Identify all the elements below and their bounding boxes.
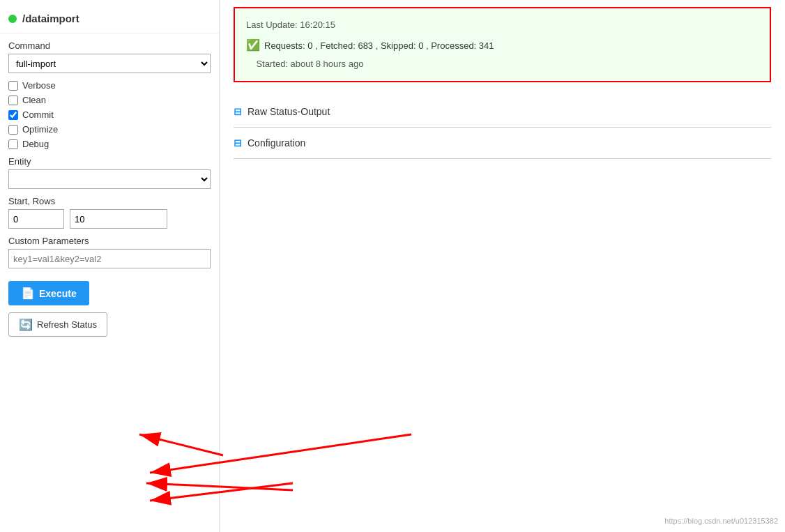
- requests-line: Requests: 0 , Fetched: 683 , Skipped: 0 …: [264, 38, 494, 54]
- sidebar-title: /dataimport: [22, 13, 79, 24]
- start-input[interactable]: [8, 209, 64, 229]
- requests-row: ✅ Requests: 0 , Fetched: 683 , Skipped: …: [246, 36, 759, 56]
- verbose-checkbox[interactable]: [8, 81, 18, 91]
- last-update-time: 16:20:15: [300, 20, 335, 30]
- rows-input[interactable]: [70, 209, 167, 229]
- entity-label: Entity: [8, 156, 211, 167]
- status-dot: [8, 15, 17, 23]
- watermark: https://blog.csdn.net/u012315382: [664, 517, 778, 525]
- started-text: Started: about 8 hours ago: [256, 59, 363, 69]
- configuration-header[interactable]: ⊟ Configuration: [234, 135, 771, 151]
- check-icon: ✅: [246, 36, 260, 56]
- status-box: Last Update: 16:20:15 ✅ Requests: 0 , Fe…: [234, 7, 771, 82]
- collapse-icon-config: ⊟: [234, 137, 242, 149]
- custom-params-input[interactable]: [8, 249, 211, 268]
- clean-label[interactable]: Clean: [22, 95, 46, 105]
- optimize-checkbox[interactable]: [8, 125, 18, 135]
- commit-label[interactable]: Commit: [22, 109, 54, 120]
- sidebar: /dataimport Command full-import delta-im…: [0, 0, 220, 532]
- collapse-icon-raw: ⊟: [234, 106, 242, 117]
- start-rows-label: Start, Rows: [8, 196, 211, 206]
- raw-status-header[interactable]: ⊟ Raw Status-Output: [234, 103, 771, 120]
- execute-button[interactable]: 📄 Execute: [8, 281, 89, 305]
- refresh-status-button[interactable]: 🔄 Refresh Status: [8, 312, 107, 337]
- last-update-prefix: Last Update:: [246, 20, 300, 30]
- verbose-row: Verbose: [8, 80, 211, 91]
- clean-checkbox[interactable]: [8, 96, 18, 105]
- last-update-line: Last Update: 16:20:15: [246, 17, 759, 33]
- debug-row: Debug: [8, 139, 211, 149]
- sidebar-header: /dataimport: [0, 7, 219, 33]
- verbose-label[interactable]: Verbose: [22, 80, 56, 91]
- debug-checkbox[interactable]: [8, 139, 18, 149]
- configuration-label: Configuration: [247, 137, 305, 149]
- start-rows-group: [8, 209, 211, 229]
- custom-params-label: Custom Parameters: [8, 236, 211, 246]
- form-section: Command full-import delta-import status …: [0, 40, 219, 337]
- started-line: Started: about 8 hours ago: [246, 56, 759, 72]
- entity-select[interactable]: [8, 169, 211, 189]
- refresh-icon: 🔄: [19, 318, 33, 331]
- debug-label[interactable]: Debug: [22, 139, 49, 149]
- optimize-row: Optimize: [8, 124, 211, 135]
- optimize-label[interactable]: Optimize: [22, 124, 58, 135]
- main-content: Last Update: 16:20:15 ✅ Requests: 0 , Fe…: [220, 0, 785, 532]
- command-select[interactable]: full-import delta-import status reload-c…: [8, 54, 211, 73]
- refresh-label: Refresh Status: [37, 319, 97, 330]
- command-label: Command: [8, 40, 211, 51]
- configuration-section: ⊟ Configuration: [234, 128, 771, 159]
- commit-row: Commit: [8, 109, 211, 120]
- raw-status-label: Raw Status-Output: [247, 106, 330, 117]
- execute-icon: 📄: [21, 287, 35, 300]
- clean-row: Clean: [8, 95, 211, 105]
- commit-checkbox[interactable]: [8, 110, 18, 120]
- execute-label: Execute: [39, 288, 77, 299]
- raw-status-section: ⊟ Raw Status-Output: [234, 96, 771, 128]
